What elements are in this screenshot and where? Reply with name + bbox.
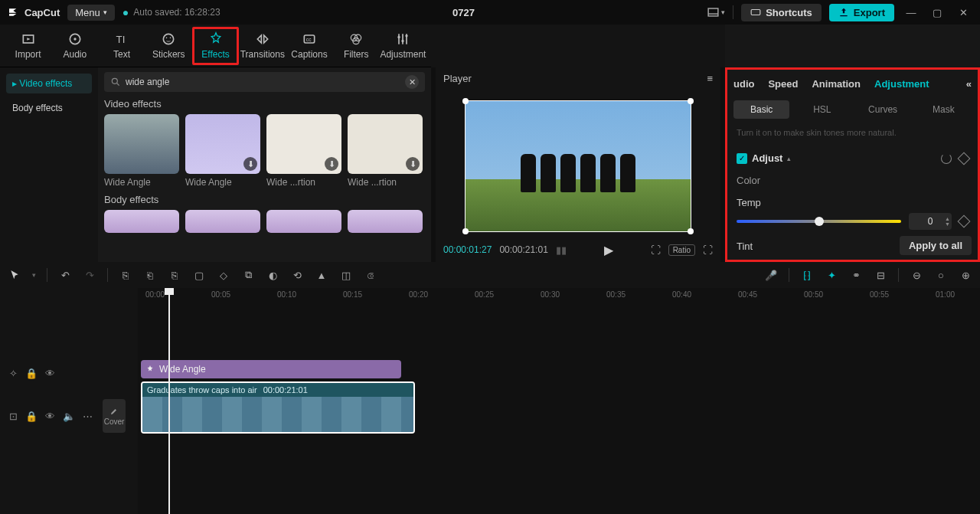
search-input[interactable] <box>126 77 400 87</box>
sidebar-item-video-effects[interactable]: ▸ Video effects <box>6 74 92 93</box>
close-button[interactable]: ✕ <box>954 3 972 21</box>
temp-value-box[interactable]: 0▲▼ <box>909 213 952 230</box>
download-icon[interactable]: ⬇ <box>325 157 338 171</box>
slider-knob[interactable] <box>815 217 824 226</box>
ratio-button[interactable]: Ratio <box>668 244 695 256</box>
subtab-curves[interactable]: Curves <box>855 100 911 119</box>
play-button[interactable]: ▶ <box>604 243 613 257</box>
effect-thumb[interactable] <box>348 210 423 233</box>
keyframe-icon[interactable] <box>958 215 971 228</box>
effect-clip[interactable]: Wide Angle <box>141 360 401 378</box>
effect-thumb[interactable]: Wide Angle <box>104 114 179 188</box>
effect-thumb[interactable] <box>185 210 260 233</box>
mirror-icon[interactable]: ◐ <box>266 268 279 282</box>
scale-icon[interactable]: ⛶ <box>651 244 661 256</box>
crop-icon[interactable]: ⟃ <box>364 268 377 282</box>
resize-handle[interactable] <box>688 228 694 234</box>
tab-effects[interactable]: Effects <box>192 27 239 65</box>
list-view-icon[interactable]: ▮▮ <box>556 244 567 256</box>
align-icon[interactable]: ⊟ <box>874 268 887 282</box>
video-clip[interactable]: Graduates throw caps into air 00:00:21:0… <box>141 381 415 434</box>
copy-icon[interactable]: ⧉ <box>241 268 255 282</box>
maximize-button[interactable]: ▢ <box>928 3 946 21</box>
tab-animation[interactable]: Animation <box>812 78 861 90</box>
freeze-icon[interactable]: ▲ <box>315 268 328 282</box>
tab-speed[interactable]: Speed <box>768 78 798 90</box>
lock-icon[interactable]: 🔒 <box>25 411 38 422</box>
lock-icon[interactable]: 🔒 <box>25 368 38 379</box>
tab-text[interactable]: TI Text <box>98 27 145 65</box>
pin-icon[interactable]: ✧ <box>9 368 18 379</box>
player-menu-icon[interactable]: ≡ <box>707 73 713 84</box>
apply-to-all-button[interactable]: Apply to all <box>900 236 972 255</box>
playhead[interactable] <box>168 288 170 514</box>
time-ruler[interactable]: 00:00 00:05 00:10 00:15 00:20 00:25 00:3… <box>138 288 980 303</box>
download-icon[interactable]: ⬇ <box>406 157 420 171</box>
fullscreen-icon[interactable]: ⛶ <box>703 244 713 256</box>
subtab-basic[interactable]: Basic <box>733 100 789 119</box>
delete-icon[interactable]: ▢ <box>192 268 206 282</box>
timeline-tracks[interactable]: 00:00 00:05 00:10 00:15 00:20 00:25 00:3… <box>138 288 980 514</box>
undo-button[interactable]: ↶ <box>58 268 72 282</box>
adjust-checkbox[interactable]: ✓ <box>737 153 747 164</box>
subtab-mask[interactable]: Mask <box>916 100 972 119</box>
resize-handle[interactable] <box>462 228 469 234</box>
reverse-icon[interactable]: ⟲ <box>290 268 304 282</box>
effect-thumb[interactable] <box>266 210 341 233</box>
resize-handle[interactable] <box>688 98 694 104</box>
adjust-section-header[interactable]: ✓ Adjust ▴ <box>737 152 969 164</box>
tab-captions[interactable]: cc Captions <box>286 27 332 65</box>
tab-audio[interactable]: Audio <box>51 27 98 65</box>
tab-adjustment[interactable]: Adjustment <box>380 27 426 65</box>
download-icon[interactable]: ⬇ <box>243 157 257 171</box>
spinner-icon[interactable]: ▲▼ <box>945 216 950 227</box>
clear-search-button[interactable]: ✕ <box>405 75 419 89</box>
subtab-hsl[interactable]: HSL <box>794 100 850 119</box>
eye-icon[interactable]: 👁 <box>45 411 55 422</box>
tab-filters[interactable]: Filters <box>333 27 380 65</box>
zoom-out-icon[interactable]: ⊖ <box>910 268 923 282</box>
sidebar-item-body-effects[interactable]: Body effects <box>6 98 92 118</box>
eye-icon[interactable]: 👁 <box>45 368 55 379</box>
effect-thumb[interactable]: ⬇ Wide Angle <box>185 114 260 188</box>
tab-transitions[interactable]: Transitions <box>239 27 286 65</box>
magnet-icon[interactable]: ⁅⁆ <box>800 268 814 282</box>
pointer-tool-icon[interactable] <box>8 268 21 282</box>
effect-thumb[interactable]: ⬇ Wide ...rtion <box>266 114 341 188</box>
minimize-button[interactable]: — <box>902 3 920 21</box>
layout-icon[interactable]: ▾ <box>707 3 725 21</box>
temp-slider[interactable] <box>737 220 901 223</box>
tab-stickers[interactable]: Stickers <box>145 27 192 65</box>
marker-icon[interactable]: ◇ <box>217 268 230 282</box>
trim-right-icon[interactable]: ⎘ <box>168 268 181 282</box>
zoom-slider-icon[interactable]: ○ <box>934 268 948 282</box>
effect-thumb[interactable] <box>104 210 179 233</box>
shortcuts-button[interactable]: Shortcuts <box>741 4 822 21</box>
export-button[interactable]: Export <box>829 4 894 21</box>
cover-button[interactable]: Cover <box>103 399 126 433</box>
snap-icon[interactable]: ✦ <box>825 268 838 282</box>
resize-handle[interactable] <box>462 98 469 104</box>
collapse-triangle-icon[interactable]: ▴ <box>787 155 791 162</box>
menu-button[interactable]: Menu▾ <box>67 5 115 21</box>
link-icon[interactable]: ⚭ <box>849 268 863 282</box>
tab-import[interactable]: Import <box>5 27 51 65</box>
redo-button[interactable]: ↷ <box>83 268 96 282</box>
zoom-in-icon[interactable]: ⊕ <box>959 268 972 282</box>
effect-thumb[interactable]: ⬇ Wide ...rtion <box>348 114 423 188</box>
collapse-icon[interactable]: « <box>966 78 972 90</box>
tab-adjustment-insp[interactable]: Adjustment <box>874 78 929 90</box>
effects-search[interactable]: ✕ <box>104 72 425 92</box>
keyframe-icon[interactable] <box>958 152 971 165</box>
player-frame[interactable] <box>465 100 691 232</box>
options-icon[interactable]: ⊡ <box>9 411 18 422</box>
player-viewport[interactable] <box>436 89 720 237</box>
tab-audio[interactable]: udio <box>733 78 754 90</box>
trim-left-icon[interactable]: ⎗ <box>143 268 157 282</box>
pointer-dropdown-icon[interactable]: ▾ <box>32 271 36 279</box>
reset-icon[interactable] <box>941 153 952 164</box>
mute-icon[interactable]: 🔈 <box>63 411 75 422</box>
split-icon[interactable]: ⎘ <box>119 268 132 282</box>
mic-icon[interactable]: 🎤 <box>764 268 778 282</box>
more-icon[interactable]: ⋯ <box>83 411 93 422</box>
